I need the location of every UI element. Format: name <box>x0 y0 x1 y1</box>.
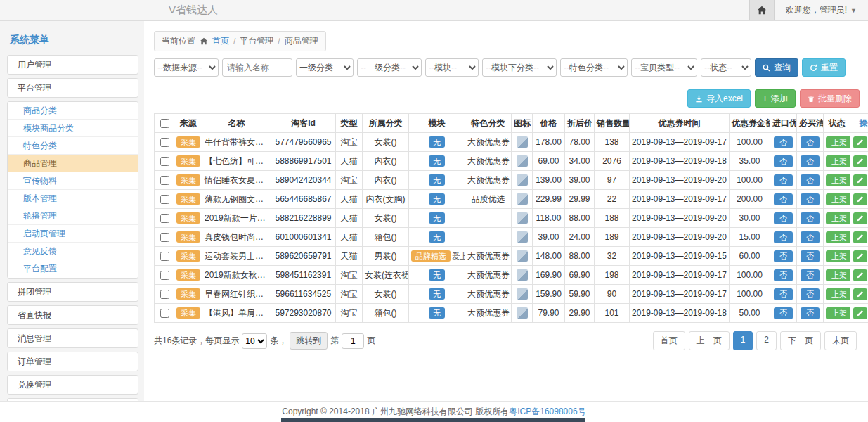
per-page-select[interactable]: 10 <box>242 333 267 349</box>
import-pick-toggle[interactable]: 否 <box>774 212 793 224</box>
edit-button[interactable] <box>853 155 867 167</box>
select-all-checkbox[interactable] <box>160 119 169 128</box>
add-button[interactable]: + 添加 <box>755 89 796 108</box>
user-menu[interactable]: 欢迎您，管理员! ▼ <box>775 4 868 16</box>
sidebar-subitem[interactable]: 版本管理 <box>8 190 138 207</box>
status-button[interactable]: 上架 <box>826 288 850 300</box>
must-buy-toggle[interactable]: 否 <box>801 136 820 148</box>
page-number-input[interactable] <box>342 333 364 349</box>
filter-level1-category[interactable]: 一级分类 <box>296 58 354 77</box>
row-checkbox[interactable] <box>160 138 169 147</box>
filter-data-source[interactable]: --数据来源-- <box>154 58 219 77</box>
icp-link[interactable]: 粤ICP备16098006号 <box>509 406 585 418</box>
reset-button[interactable]: 重置 <box>802 58 846 77</box>
sidebar-item-3[interactable]: 订单管理 <box>7 352 138 371</box>
sidebar-subitem[interactable]: 宣传物料 <box>8 172 138 190</box>
edit-button[interactable] <box>853 231 867 243</box>
edit-button[interactable] <box>853 288 867 300</box>
module-badge: 无 <box>429 155 445 167</box>
filter-level2-category[interactable]: --二级分类-- <box>357 58 422 77</box>
row-checkbox[interactable] <box>160 252 169 261</box>
import-pick-toggle[interactable]: 否 <box>774 174 793 186</box>
import-excel-button[interactable]: 导入excel <box>687 89 751 108</box>
source-badge: 采集 <box>176 269 200 281</box>
sidebar-subitem[interactable]: 商品管理 <box>8 155 138 172</box>
must-buy-toggle[interactable]: 否 <box>801 307 820 319</box>
filter-feature-category[interactable]: --特色分类-- <box>560 58 628 77</box>
must-buy-toggle[interactable]: 否 <box>801 269 820 281</box>
batch-delete-button[interactable]: 批量删除 <box>800 89 860 108</box>
row-checkbox[interactable] <box>160 271 169 280</box>
must-buy-toggle[interactable]: 否 <box>801 250 820 262</box>
page-button[interactable]: 下一页 <box>780 331 821 350</box>
edit-button[interactable] <box>853 193 867 205</box>
page-button[interactable]: 2 <box>756 331 777 350</box>
page-button[interactable]: 末页 <box>824 331 857 350</box>
edit-button[interactable] <box>853 269 867 281</box>
edit-button[interactable] <box>853 136 867 148</box>
sidebar-subitem[interactable]: 特色分类 <box>8 137 138 155</box>
row-checkbox[interactable] <box>160 176 169 185</box>
filter-item-type[interactable]: --宝贝类型-- <box>631 58 697 77</box>
must-buy-toggle[interactable]: 否 <box>801 231 820 243</box>
sidebar-subitem[interactable]: 意见反馈 <box>8 243 138 260</box>
status-button[interactable]: 上架 <box>826 231 850 243</box>
filter-module[interactable]: --模块-- <box>425 58 479 77</box>
filter-status[interactable]: --状态-- <box>701 58 751 77</box>
import-pick-toggle[interactable]: 否 <box>774 193 793 205</box>
status-button[interactable]: 上架 <box>826 174 850 186</box>
sidebar-item-1[interactable]: 省直快报 <box>7 305 138 325</box>
import-pick-toggle[interactable]: 否 <box>774 269 793 281</box>
import-pick-toggle[interactable]: 否 <box>774 155 793 167</box>
sidebar-item-2[interactable]: 消息管理 <box>7 328 138 348</box>
must-buy-toggle[interactable]: 否 <box>801 174 820 186</box>
jump-button[interactable]: 跳转到 <box>290 332 328 350</box>
must-buy-toggle[interactable]: 否 <box>801 288 820 300</box>
import-pick-toggle[interactable]: 否 <box>774 136 793 148</box>
sidebar-subitem[interactable]: 轮播管理 <box>8 207 138 225</box>
sidebar-item-user-mgmt[interactable]: 用户管理 <box>7 55 138 75</box>
edit-button[interactable] <box>853 250 867 262</box>
import-pick-toggle[interactable]: 否 <box>774 231 793 243</box>
sidebar-subitem[interactable]: 启动页管理 <box>8 225 138 243</box>
must-buy-toggle[interactable]: 否 <box>801 212 820 224</box>
status-button[interactable]: 上架 <box>826 212 850 224</box>
must-buy-toggle[interactable]: 否 <box>801 155 820 167</box>
sidebar-item-platform-mgmt[interactable]: 平台管理 <box>7 78 138 98</box>
sidebar-subitem[interactable]: 平台配置 <box>8 260 138 278</box>
import-pick-toggle[interactable]: 否 <box>774 288 793 300</box>
row-checkbox[interactable] <box>160 195 169 204</box>
status-button[interactable]: 上架 <box>826 155 850 167</box>
name-search-input[interactable] <box>222 58 292 77</box>
status-button[interactable]: 上架 <box>826 136 850 148</box>
sidebar-subitem[interactable]: 商品分类 <box>8 102 138 120</box>
sidebar-item-4[interactable]: 兑换管理 <box>7 375 138 395</box>
home-button[interactable] <box>749 0 775 20</box>
breadcrumb-home-link[interactable]: 首页 <box>212 35 229 47</box>
status-button[interactable]: 上架 <box>826 307 850 319</box>
row-checkbox[interactable] <box>160 214 169 223</box>
page-button[interactable]: 1 <box>733 331 753 350</box>
row-checkbox[interactable] <box>160 309 169 318</box>
sidebar-item-0[interactable]: 拼团管理 <box>7 282 138 302</box>
edit-button[interactable] <box>853 212 867 224</box>
table-row: 采集运动套装男士卫衣初秋...589620659791天猫男装()品牌精选爱上运… <box>155 247 868 266</box>
import-pick-toggle[interactable]: 否 <box>774 307 793 319</box>
page-button[interactable]: 上一页 <box>689 331 730 350</box>
filter-module-subcategory[interactable]: --模块下分类-- <box>482 58 557 77</box>
table-row: 采集早春网红针织开衫女春...596611634525淘宝女装()无大额优惠券1… <box>155 285 868 304</box>
status-button[interactable]: 上架 <box>826 193 850 205</box>
must-buy-toggle[interactable]: 否 <box>801 193 820 205</box>
edit-button[interactable] <box>853 174 867 186</box>
edit-button[interactable] <box>853 307 867 319</box>
row-checkbox[interactable] <box>160 233 169 242</box>
sidebar-subitem[interactable]: 模块商品分类 <box>8 120 138 137</box>
row-checkbox[interactable] <box>160 157 169 166</box>
import-pick-toggle[interactable]: 否 <box>774 250 793 262</box>
search-button[interactable]: 查询 <box>755 58 798 77</box>
module-badge: 无 <box>429 288 445 300</box>
status-button[interactable]: 上架 <box>826 250 850 262</box>
row-checkbox[interactable] <box>160 290 169 299</box>
page-button[interactable]: 首页 <box>653 331 685 350</box>
status-button[interactable]: 上架 <box>826 269 850 281</box>
